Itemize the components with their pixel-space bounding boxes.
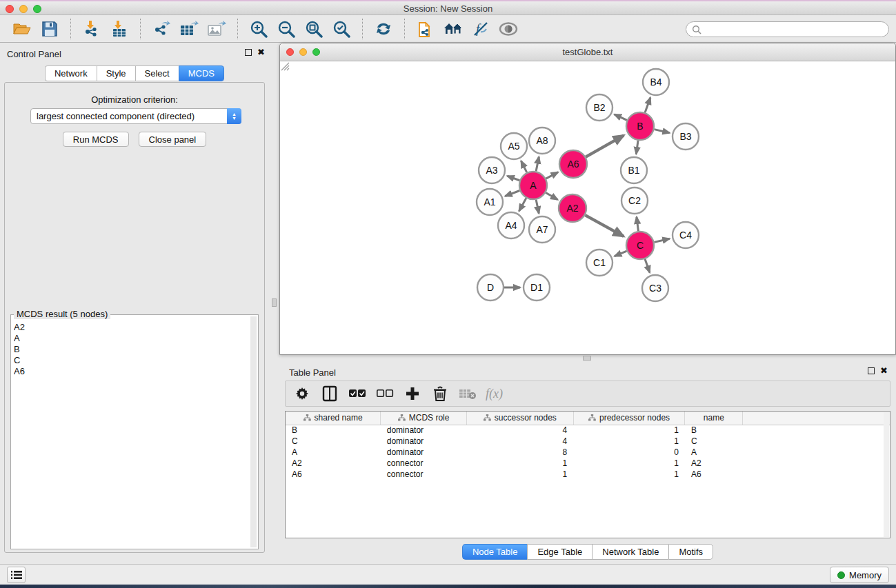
task-history-button[interactable] <box>7 567 26 583</box>
column-header[interactable]: name <box>685 412 743 425</box>
node-A[interactable]: A <box>519 172 547 199</box>
result-item[interactable]: A2 <box>14 322 250 333</box>
edge-A6-B[interactable] <box>586 135 624 156</box>
edge-B-B2[interactable] <box>615 114 627 120</box>
run-mcds-button[interactable]: Run MCDS <box>63 132 129 147</box>
float-panel-icon[interactable] <box>245 49 252 56</box>
edge-A2-C[interactable] <box>585 215 624 236</box>
edge-A-A1[interactable] <box>505 190 519 196</box>
function-builder-icon[interactable]: f(x) <box>486 387 503 401</box>
edge-B-B3[interactable] <box>654 130 669 133</box>
tab-style[interactable]: Style <box>97 65 135 81</box>
edge-B-B1[interactable] <box>636 141 638 154</box>
resize-grip-icon[interactable] <box>281 62 290 71</box>
search-input[interactable] <box>686 21 889 37</box>
table-row[interactable]: Cdominator41C <box>286 436 890 447</box>
edge-A-A6[interactable] <box>546 172 559 179</box>
node-C2[interactable]: C2 <box>621 187 648 214</box>
zoom-in-icon[interactable] <box>245 17 272 41</box>
deselect-all-icon[interactable] <box>375 383 395 404</box>
add-column-icon[interactable] <box>403 383 422 404</box>
edge-A-A7[interactable] <box>536 200 539 214</box>
network-window-titlebar[interactable]: testGlobe.txt <box>280 43 895 61</box>
new-session-from-network-icon[interactable] <box>412 17 439 41</box>
save-session-icon[interactable] <box>36 17 63 41</box>
edge-C-C2[interactable] <box>637 217 639 232</box>
node-A1[interactable]: A1 <box>477 189 503 215</box>
edge-B-B4[interactable] <box>645 97 650 112</box>
node-table[interactable]: shared nameMCDS rolesuccessor nodesprede… <box>285 411 890 538</box>
delete-table-icon[interactable] <box>458 383 477 404</box>
zoom-fit-icon[interactable] <box>300 17 328 41</box>
memory-button[interactable]: Memory <box>830 567 889 583</box>
open-session-icon[interactable] <box>8 17 36 41</box>
settings-gear-icon[interactable] <box>292 383 312 404</box>
close-panel-button[interactable]: Close panel <box>139 132 207 147</box>
node-C1[interactable]: C1 <box>586 250 613 276</box>
tab-network[interactable]: Network <box>45 65 97 81</box>
close-panel-icon[interactable]: ✖ <box>257 49 265 56</box>
node-C4[interactable]: C4 <box>673 222 699 248</box>
delete-icon[interactable] <box>430 383 450 404</box>
node-B[interactable]: B <box>626 112 654 140</box>
table-scrollbar[interactable] <box>884 412 889 537</box>
table-row[interactable]: Bdominator41B <box>286 425 890 436</box>
select-all-icon[interactable] <box>348 383 367 404</box>
node-B1[interactable]: B1 <box>621 157 647 183</box>
horizontal-split-handle[interactable] <box>583 356 591 361</box>
table-row[interactable]: A6connector11A6 <box>286 469 890 480</box>
edge-C-C4[interactable] <box>654 239 669 242</box>
column-header[interactable]: successor nodes <box>466 412 573 425</box>
node-B3[interactable]: B3 <box>673 123 699 150</box>
zoom-selected-icon[interactable] <box>328 17 355 41</box>
import-table-icon[interactable] <box>106 17 133 41</box>
export-table-icon[interactable] <box>175 17 203 41</box>
result-item[interactable]: A6 <box>14 366 250 377</box>
node-A7[interactable]: A7 <box>529 216 555 243</box>
node-A8[interactable]: A8 <box>529 128 555 154</box>
node-C[interactable]: C <box>626 232 654 259</box>
node-A5[interactable]: A5 <box>501 133 527 159</box>
export-network-icon[interactable] <box>148 17 175 41</box>
criterion-dropdown[interactable]: largest connected component (directed) ▲… <box>30 108 241 124</box>
hide-annotations-icon[interactable]: f <box>467 17 495 41</box>
node-B2[interactable]: B2 <box>586 94 613 121</box>
tab-mcds[interactable]: MCDS <box>179 65 224 81</box>
float-table-panel-icon[interactable] <box>868 367 875 374</box>
edge-A-A5[interactable] <box>521 161 526 172</box>
column-header[interactable]: MCDS role <box>381 412 467 425</box>
tab-motifs[interactable]: Motifs <box>668 544 713 560</box>
tab-select[interactable]: Select <box>135 65 179 81</box>
edge-A-A3[interactable] <box>507 176 519 181</box>
column-header[interactable]: predecessor nodes <box>573 412 685 425</box>
search-field[interactable] <box>701 25 888 34</box>
column-layout-icon[interactable] <box>320 383 339 404</box>
table-row[interactable]: A2connector11A2 <box>286 458 890 469</box>
export-image-icon[interactable] <box>203 17 230 41</box>
edge-C-C1[interactable] <box>615 251 627 256</box>
node-A6[interactable]: A6 <box>559 150 587 178</box>
node-D[interactable]: D <box>477 274 504 301</box>
result-item[interactable]: C <box>14 355 250 366</box>
tab-network-table[interactable]: Network Table <box>592 544 668 560</box>
refresh-layout-icon[interactable] <box>370 17 397 41</box>
network-canvas[interactable]: B4B2BB3A8A5A6A3B1AC2A1A2A4A7C4CC1DD1C3 <box>281 62 895 354</box>
node-A2[interactable]: A2 <box>559 194 586 222</box>
node-A3[interactable]: A3 <box>479 157 505 183</box>
edge-C-C3[interactable] <box>645 259 650 273</box>
edge-A-A8[interactable] <box>536 156 539 171</box>
table-row[interactable]: Adominator80A <box>286 447 890 458</box>
result-scrollbar[interactable] <box>250 316 257 547</box>
import-network-icon[interactable] <box>78 17 106 41</box>
edge-A-A2[interactable] <box>546 193 557 200</box>
open-browser-icon[interactable] <box>439 17 467 41</box>
node-A4[interactable]: A4 <box>498 212 524 239</box>
result-item[interactable]: B <box>14 344 250 355</box>
node-B4[interactable]: B4 <box>643 69 669 95</box>
mcds-result-list[interactable]: A2ABCA6 <box>14 322 250 547</box>
vertical-split-handle[interactable] <box>272 298 277 307</box>
node-D1[interactable]: D1 <box>524 274 550 301</box>
tab-node-table[interactable]: Node Table <box>462 544 528 560</box>
tab-edge-table[interactable]: Edge Table <box>527 544 592 560</box>
show-graphics-details-icon[interactable] <box>495 17 522 41</box>
